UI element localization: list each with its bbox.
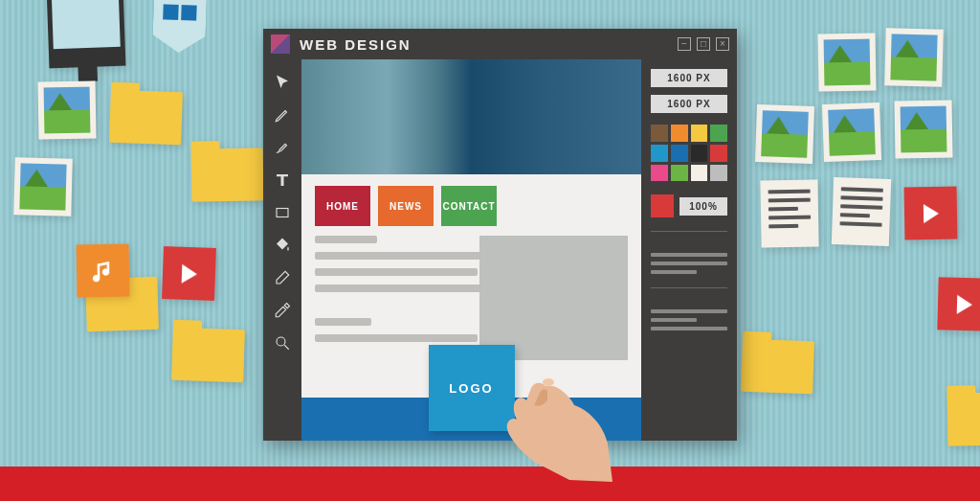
color-swatch[interactable]: [710, 125, 727, 142]
photo-thumbnail-icon: [13, 157, 73, 216]
zoom-input[interactable]: 100%: [679, 197, 727, 216]
monitor-icon: [47, 0, 126, 68]
color-swatch[interactable]: [691, 165, 708, 182]
cursor-tool[interactable]: [273, 73, 292, 92]
color-swatch[interactable]: [710, 165, 727, 182]
footer-bar: [0, 467, 980, 501]
photo-thumbnail-icon: [894, 100, 952, 158]
foreground-color-swatch[interactable]: [651, 194, 674, 217]
tool-toolbar: [263, 59, 301, 441]
eraser-tool[interactable]: [273, 268, 292, 287]
music-icon: [77, 244, 130, 298]
color-swatch[interactable]: [671, 165, 688, 182]
window-title: WEB DESIGN: [300, 36, 678, 53]
color-swatch[interactable]: [710, 145, 727, 162]
folder-icon: [171, 328, 245, 383]
app-logo-icon: [271, 34, 290, 54]
document-icon: [760, 179, 818, 247]
color-swatch[interactable]: [671, 125, 688, 142]
svg-line-9: [284, 345, 289, 350]
color-swatch[interactable]: [671, 145, 688, 162]
rectangle-tool[interactable]: [273, 203, 292, 222]
document-icon: [832, 177, 891, 246]
height-input[interactable]: 1600 PX: [651, 95, 727, 113]
maximize-button[interactable]: □: [697, 37, 710, 51]
color-swatch[interactable]: [691, 125, 708, 142]
canvas-area[interactable]: HOME NEWS CONTACT LOGO: [301, 59, 641, 441]
logo-drag-tile[interactable]: LOGO: [429, 345, 515, 431]
nav-contact-button[interactable]: CONTACT: [441, 186, 497, 226]
properties-panel: 1600 PX 1600 PX 100%: [641, 59, 737, 441]
folder-icon: [741, 339, 814, 395]
brush-tool[interactable]: [273, 138, 292, 157]
folder-icon: [109, 90, 183, 146]
color-swatch[interactable]: [651, 125, 668, 142]
svg-point-8: [277, 337, 285, 346]
fill-tool[interactable]: [273, 236, 292, 255]
pencil-tool[interactable]: [273, 105, 292, 125]
layers-panel[interactable]: [651, 253, 727, 274]
folder-icon: [191, 148, 264, 201]
image-placeholder[interactable]: [479, 236, 628, 360]
minimize-button[interactable]: −: [678, 37, 691, 51]
close-button[interactable]: ×: [716, 37, 729, 51]
color-swatches: [651, 125, 727, 181]
photo-thumbnail-icon: [822, 102, 881, 162]
photo-thumbnail-icon: [755, 104, 814, 164]
eyedropper-tool[interactable]: [273, 301, 292, 320]
titlebar[interactable]: WEB DESIGN − □ ×: [263, 29, 737, 59]
photo-thumbnail-icon: [817, 33, 876, 91]
hero-banner: [301, 59, 641, 174]
page-footer: LOGO: [301, 398, 641, 441]
color-swatch[interactable]: [651, 145, 668, 162]
shield-icon: [152, 0, 207, 54]
zoom-tool[interactable]: [273, 333, 292, 353]
design-editor-window: WEB DESIGN − □ × HOME: [263, 29, 737, 441]
desktop-scene: WEB DESIGN − □ × HOME: [0, 0, 980, 501]
play-icon: [162, 246, 216, 301]
folder-icon: [947, 392, 980, 445]
photo-thumbnail-icon: [37, 80, 96, 139]
text-tool[interactable]: [273, 171, 292, 190]
play-icon: [937, 277, 980, 330]
color-swatch[interactable]: [691, 145, 708, 162]
history-panel[interactable]: [651, 309, 727, 330]
width-input[interactable]: 1600 PX: [651, 69, 727, 87]
photo-thumbnail-icon: [884, 28, 944, 87]
color-swatch[interactable]: [651, 165, 668, 182]
nav-home-button[interactable]: HOME: [315, 186, 370, 226]
svg-rect-7: [277, 209, 288, 217]
play-icon: [904, 187, 958, 240]
nav-news-button[interactable]: NEWS: [378, 186, 434, 226]
